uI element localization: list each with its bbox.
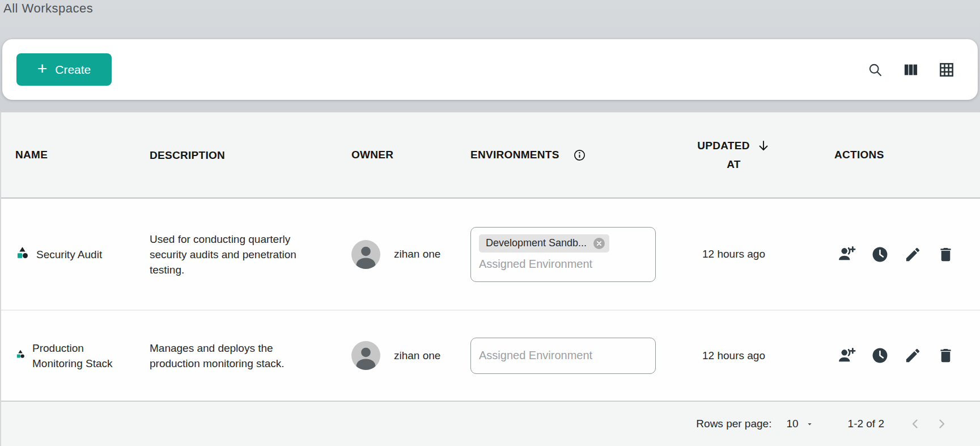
next-page-icon[interactable]	[934, 416, 949, 431]
header-environments-label: ENVIRONMENTS	[470, 149, 559, 161]
edit-pencil-icon[interactable]	[903, 346, 922, 365]
history-clock-icon[interactable]	[870, 346, 889, 365]
environment-input-placeholder[interactable]: Assigned Environment	[479, 258, 647, 271]
workspace-description: Manages and deploys the production monit…	[135, 340, 320, 371]
delete-trash-icon[interactable]	[936, 245, 955, 264]
environment-chip[interactable]: Development Sandb...	[479, 234, 609, 253]
sort-desc-arrow-icon	[757, 139, 770, 153]
history-clock-icon[interactable]	[870, 245, 889, 264]
rows-per-page-value: 10	[786, 418, 798, 430]
table-pagination: Rows per page: 10 1-2 of 2	[1, 402, 980, 446]
search-icon[interactable]	[867, 61, 884, 78]
workspace-name[interactable]: Security Audit	[36, 247, 102, 262]
table-row: Security Audit Used for conducting quart…	[1, 199, 980, 310]
sort-by-updated-at[interactable]: UPDATED	[697, 139, 770, 153]
workspace-icon	[15, 246, 29, 263]
workspace-description: Used for conducting quarterly security a…	[135, 232, 320, 277]
edit-pencil-icon[interactable]	[903, 245, 922, 264]
header-updated-line1: UPDATED	[697, 140, 750, 152]
environment-input-placeholder[interactable]: Assigned Environment	[479, 349, 592, 362]
header-owner: OWNER	[320, 149, 470, 161]
caret-down-icon	[805, 420, 814, 428]
table-row: Production Monitoring Stack Manages and …	[1, 310, 980, 402]
create-button[interactable]: + Create	[16, 53, 112, 86]
environment-chip-label: Development Sandb...	[486, 237, 587, 249]
toolbar-icons	[867, 61, 955, 78]
updated-at: 12 hours ago	[673, 248, 795, 260]
header-updated-line2: AT	[727, 158, 741, 171]
environments-select[interactable]: Assigned Environment	[470, 338, 656, 374]
add-user-icon[interactable]	[837, 245, 856, 264]
owner-avatar	[351, 341, 380, 370]
remove-environment-icon[interactable]	[592, 237, 606, 250]
owner-avatar	[351, 240, 380, 269]
pagination-range: 1-2 of 2	[848, 418, 884, 430]
workspaces-table: NAME DESCRIPTION OWNER ENVIRONMENTS UPDA…	[0, 112, 980, 446]
page-title: All Workspaces	[3, 1, 93, 16]
delete-trash-icon[interactable]	[936, 346, 955, 365]
header-updated-at: UPDATED AT	[673, 139, 795, 171]
table-header-row: NAME DESCRIPTION OWNER ENVIRONMENTS UPDA…	[1, 112, 980, 199]
plus-icon: +	[37, 60, 48, 77]
view-columns-icon[interactable]	[902, 61, 919, 78]
grid-view-icon[interactable]	[938, 61, 955, 78]
owner-name: zihan one	[394, 350, 440, 362]
updated-at: 12 hours ago	[673, 350, 795, 362]
rows-per-page-label: Rows per page:	[696, 418, 771, 430]
header-name: NAME	[1, 149, 135, 161]
add-user-icon[interactable]	[837, 346, 856, 365]
workspace-icon	[15, 349, 26, 362]
create-button-label: Create	[55, 63, 91, 77]
previous-page-icon[interactable]	[908, 416, 923, 431]
environments-select[interactable]: Development Sandb... Assigned Environmen…	[470, 227, 656, 282]
header-description: DESCRIPTION	[135, 148, 320, 163]
info-icon[interactable]	[573, 149, 586, 162]
rows-per-page-select[interactable]: 10	[786, 418, 813, 430]
owner-name: zihan one	[394, 248, 440, 260]
toolbar: + Create	[2, 39, 978, 100]
workspace-name[interactable]: Production Monitoring Stack	[32, 340, 135, 371]
header-environments: ENVIRONMENTS	[470, 149, 673, 162]
header-actions: ACTIONS	[795, 149, 980, 161]
